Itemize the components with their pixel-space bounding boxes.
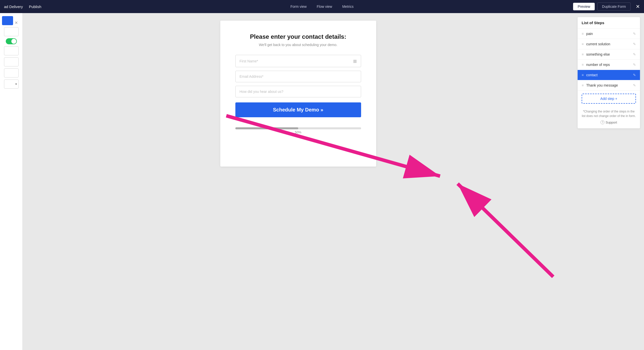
step-item-thank-you[interactable]: ≡ Thank you message ✎ — [578, 80, 640, 91]
sidebar-field-4 — [4, 68, 19, 77]
drag-icon-thank-you: ≡ — [582, 83, 584, 87]
sidebar-field-1 — [4, 27, 19, 36]
schedule-demo-button[interactable]: Schedule My Demo » — [235, 102, 361, 117]
form-card: Please enter your contact details: We'll… — [220, 21, 376, 167]
duplicate-form-button[interactable]: Duplicate Form — [597, 3, 631, 11]
progress-label: 50% — [235, 130, 361, 134]
edit-icon-pain[interactable]: ✎ — [633, 32, 636, 36]
steps-header: List of Steps — [578, 17, 640, 29]
step-label-pain: pain — [586, 32, 633, 36]
sidebar-toggle[interactable] — [6, 38, 17, 44]
drag-icon-number-of-reps: ≡ — [582, 63, 584, 67]
how-hear-placeholder: How did you hear about us? — [240, 90, 283, 94]
form-title: Please enter your contact details: — [235, 33, 361, 40]
first-name-placeholder: First Name* — [240, 59, 258, 63]
navbar-left: ad Delivery Publish — [4, 5, 41, 9]
steps-card: List of Steps ≡ pain ✎ ≡ current solutio… — [578, 17, 640, 128]
add-step-button[interactable]: Add step + — [582, 94, 636, 104]
navbar-brand: ad Delivery — [4, 5, 23, 9]
step-item-something-else[interactable]: ≡ something else ✎ — [578, 49, 640, 60]
progress-bar-fill — [235, 127, 298, 129]
sidebar-select[interactable]: ▾ — [4, 80, 19, 89]
progress-bar-track — [235, 127, 361, 129]
form-subtitle: We'll get back to you about scheduling y… — [235, 43, 361, 47]
drag-icon-contact: ≡ — [582, 73, 584, 77]
right-panel: List of Steps ≡ pain ✎ ≡ current solutio… — [574, 13, 644, 350]
progress-container: 50% — [235, 127, 361, 134]
drag-icon-pain: ≡ — [582, 32, 584, 36]
field-icon: ▦ — [353, 59, 357, 63]
navbar-tabs: Form view Flow view Metrics — [285, 3, 359, 11]
navbar-publish-link[interactable]: Publish — [29, 5, 41, 9]
sidebar-close-icon[interactable]: ✕ — [15, 20, 18, 25]
main-layout: ✕ ▾ Please enter your contact details: W… — [0, 13, 644, 350]
navbar-right: Preview Duplicate Form ✕ — [573, 3, 640, 11]
steps-footer: *Changing the order of the steps in the … — [578, 107, 640, 128]
chevron-down-icon: ▾ — [15, 82, 17, 86]
navbar: ad Delivery Publish Form view Flow view … — [0, 0, 644, 13]
step-label-contact: contact — [586, 73, 633, 77]
first-name-field[interactable]: First Name* ▦ — [235, 55, 361, 67]
support-label: Support — [606, 121, 617, 124]
support-icon: ? — [600, 120, 605, 124]
left-sidebar: ✕ ▾ — [0, 13, 23, 350]
step-label-thank-you: Thank you message — [586, 83, 633, 87]
sidebar-field-2 — [4, 46, 19, 55]
step-item-number-of-reps[interactable]: ≡ number of reps ✎ — [578, 60, 640, 70]
tab-flow-view[interactable]: Flow view — [312, 3, 337, 11]
navbar-close-icon[interactable]: ✕ — [636, 4, 640, 10]
step-label-something-else: something else — [586, 52, 633, 56]
preview-button[interactable]: Preview — [573, 3, 595, 10]
step-label-number-of-reps: number of reps — [586, 63, 633, 67]
step-item-contact[interactable]: ≡ contact ✎ — [578, 70, 640, 80]
drag-icon-something-else: ≡ — [582, 52, 584, 56]
sidebar-active-indicator — [2, 16, 13, 25]
edit-icon-something-else[interactable]: ✎ — [633, 52, 636, 56]
email-placeholder: Email Address* — [240, 74, 264, 79]
edit-icon-number-of-reps[interactable]: ✎ — [633, 63, 636, 67]
step-item-pain[interactable]: ≡ pain ✎ — [578, 29, 640, 39]
tab-metrics[interactable]: Metrics — [337, 3, 359, 11]
how-hear-field[interactable]: How did you hear about us? — [235, 86, 361, 97]
edit-icon-current-solution[interactable]: ✎ — [633, 42, 636, 46]
email-field[interactable]: Email Address* — [235, 71, 361, 82]
main-content: Please enter your contact details: We'll… — [23, 13, 574, 350]
edit-icon-contact[interactable]: ✎ — [633, 73, 636, 77]
steps-note: *Changing the order of the steps in the … — [582, 109, 636, 118]
sidebar-field-3 — [4, 57, 19, 66]
support-link[interactable]: ? Support — [582, 120, 636, 124]
tab-form-view[interactable]: Form view — [285, 3, 312, 11]
step-label-current-solution: current solution — [586, 42, 633, 46]
drag-icon-current-solution: ≡ — [582, 42, 584, 46]
edit-icon-thank-you[interactable]: ✎ — [633, 83, 636, 87]
step-item-current-solution[interactable]: ≡ current solution ✎ — [578, 39, 640, 49]
